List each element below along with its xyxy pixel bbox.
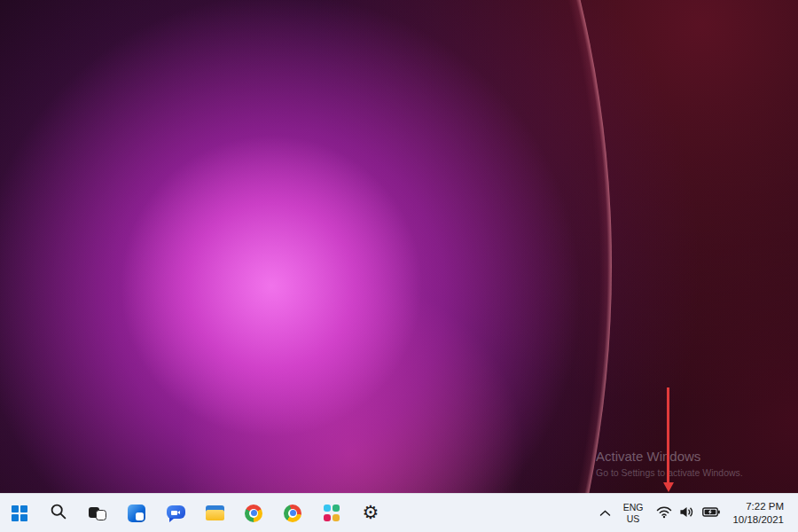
taskbar: ⚙ ENG US (0, 493, 798, 532)
start-button[interactable] (2, 496, 37, 531)
watermark-subtitle: Go to Settings to activate Windows. (596, 466, 748, 479)
wifi-icon (656, 505, 672, 521)
system-tray: ENG US (594, 496, 798, 531)
slack-button[interactable] (314, 496, 349, 531)
widgets-button[interactable] (119, 496, 154, 531)
search-button[interactable] (41, 496, 76, 531)
task-view-icon (89, 505, 106, 522)
search-icon (50, 503, 67, 523)
volume-icon (679, 505, 695, 521)
windows-start-icon (12, 505, 27, 521)
clock-date: 10/18/2021 (732, 513, 784, 527)
settings-gear-icon: ⚙ (363, 504, 379, 522)
taskbar-app-icons: ⚙ (0, 496, 388, 531)
chrome-icon (245, 505, 262, 522)
language-code: ENG (623, 502, 644, 513)
settings-button[interactable]: ⚙ (353, 496, 388, 531)
teams-chat-icon (167, 505, 185, 522)
language-indicator[interactable]: ENG US (616, 496, 651, 531)
bloom-ring-decoration (0, 0, 612, 493)
chevron-up-icon (599, 506, 611, 520)
file-explorer-icon (206, 505, 224, 520)
clock-time: 7:22 PM (746, 500, 784, 513)
widgets-icon (128, 505, 145, 522)
task-view-button[interactable] (80, 496, 115, 531)
watermark-title: Activate Windows (596, 449, 748, 464)
chrome-button-2[interactable] (275, 496, 310, 531)
slack-icon (324, 505, 340, 521)
desktop-wallpaper[interactable]: Activate Windows Go to Settings to activ… (0, 0, 798, 493)
chrome-button[interactable] (236, 496, 271, 531)
battery-icon (702, 506, 720, 520)
screen: Activate Windows Go to Settings to activ… (0, 0, 798, 532)
activate-windows-watermark: Activate Windows Go to Settings to activ… (596, 449, 748, 479)
file-explorer-button[interactable] (197, 496, 232, 531)
language-region: US (627, 513, 640, 525)
chat-button[interactable] (158, 496, 193, 531)
clock[interactable]: 7:22 PM 10/18/2021 (726, 496, 793, 531)
quick-settings-button[interactable] (650, 496, 726, 531)
tray-overflow-button[interactable] (594, 496, 616, 531)
chrome-icon-2 (284, 505, 301, 522)
